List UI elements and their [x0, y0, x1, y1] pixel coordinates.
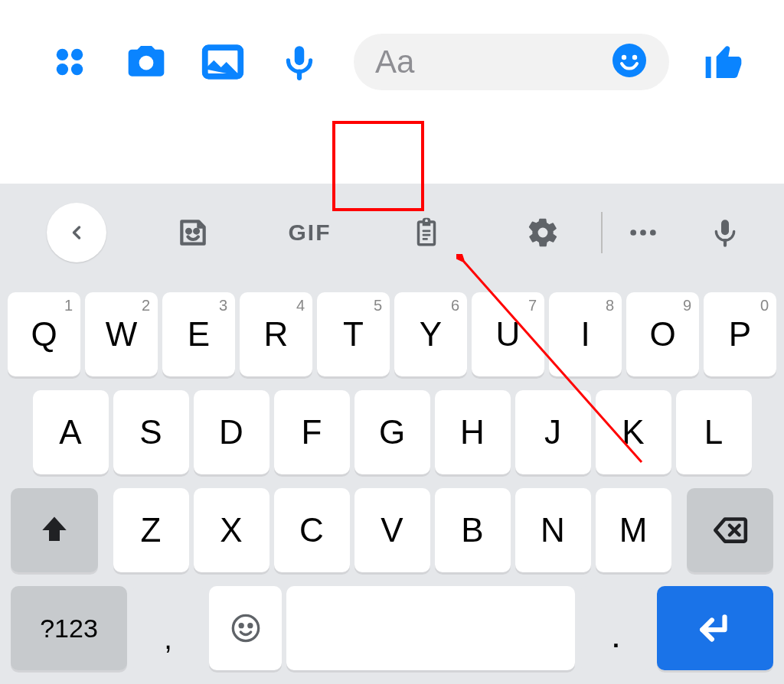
key-q[interactable]: 1Q	[8, 292, 80, 376]
svg-point-3	[71, 64, 83, 75]
key-g[interactable]: G	[354, 390, 430, 474]
message-input[interactable]: Aa	[354, 34, 669, 90]
keyboard-toolbar: GIF	[0, 184, 784, 282]
mic-icon[interactable]	[277, 40, 322, 84]
sticker-icon[interactable]	[135, 184, 251, 282]
svg-rect-15	[422, 238, 427, 240]
like-icon[interactable]	[701, 40, 746, 84]
key-row-1: 1Q 2W 3E 4R 5T 6Y 7U 8I 9O 0P	[5, 292, 779, 376]
voice-input-icon[interactable]	[684, 184, 766, 282]
key-w[interactable]: 2W	[85, 292, 158, 376]
svg-rect-13	[422, 230, 430, 233]
key-row-3: Z X C V B N M	[113, 488, 671, 572]
svg-point-17	[640, 230, 646, 236]
key-t[interactable]: 5T	[317, 292, 390, 376]
key-y[interactable]: 6Y	[394, 292, 467, 376]
key-c[interactable]: C	[274, 488, 350, 572]
clipboard-icon[interactable]	[368, 184, 485, 282]
key-o[interactable]: 9O	[626, 292, 699, 376]
period-key[interactable]: .	[580, 586, 652, 670]
key-i[interactable]: 8I	[549, 292, 622, 376]
key-l[interactable]: L	[676, 390, 752, 474]
camera-icon[interactable]	[124, 40, 168, 84]
apps-icon[interactable]	[47, 40, 92, 84]
key-u[interactable]: 7U	[472, 292, 544, 376]
svg-point-10	[632, 55, 637, 60]
svg-point-8	[612, 44, 646, 77]
key-p[interactable]: 0P	[704, 292, 776, 376]
svg-point-4	[139, 56, 154, 70]
key-a[interactable]: A	[33, 390, 109, 474]
space-key[interactable]	[286, 586, 575, 670]
key-h[interactable]: H	[435, 390, 511, 474]
svg-point-16	[631, 230, 637, 236]
key-e[interactable]: 3E	[162, 292, 235, 376]
gif-label: GIF	[288, 220, 331, 246]
key-x[interactable]: X	[194, 488, 270, 572]
svg-point-18	[650, 230, 656, 236]
key-z[interactable]: Z	[113, 488, 189, 572]
key-v[interactable]: V	[354, 488, 430, 572]
settings-icon[interactable]	[485, 184, 601, 282]
backspace-key[interactable]	[687, 488, 774, 572]
enter-key[interactable]	[657, 586, 773, 670]
more-icon[interactable]	[603, 184, 684, 282]
message-placeholder: Aa	[375, 44, 602, 80]
emoji-key[interactable]	[209, 586, 282, 670]
key-r[interactable]: 4R	[240, 292, 312, 376]
key-k[interactable]: K	[596, 390, 671, 474]
key-b[interactable]: B	[435, 488, 511, 572]
key-s[interactable]: S	[113, 390, 189, 474]
key-n[interactable]: N	[515, 488, 591, 572]
key-f[interactable]: F	[274, 390, 350, 474]
messenger-composer: Aa	[0, 0, 784, 124]
gallery-icon[interactable]	[201, 40, 245, 84]
keyboard-back-button[interactable]	[18, 184, 135, 282]
key-row-2: A S D F G H J K L	[5, 390, 779, 474]
comma-key[interactable]: ,	[132, 586, 204, 670]
svg-point-1	[71, 49, 83, 60]
key-rows: 1Q 2W 3E 4R 5T 6Y 7U 8I 9O 0P A S D F G …	[0, 282, 784, 684]
gif-button[interactable]: GIF	[251, 184, 368, 282]
onscreen-keyboard: GIF 1Q 2W 3E 4R 5T 6Y 7U 8I 9O 0P	[0, 184, 784, 684]
svg-point-11	[187, 230, 191, 233]
key-m[interactable]: M	[596, 488, 671, 572]
shift-key[interactable]	[11, 488, 98, 572]
svg-point-12	[194, 230, 198, 233]
svg-point-23	[240, 624, 243, 627]
svg-point-2	[57, 64, 68, 75]
key-d[interactable]: D	[194, 390, 270, 474]
svg-point-22	[233, 615, 258, 640]
key-j[interactable]: J	[515, 390, 591, 474]
svg-point-0	[57, 49, 68, 60]
emoji-picker-icon[interactable]	[611, 42, 648, 82]
svg-rect-14	[422, 234, 430, 236]
symbols-key[interactable]: ?123	[11, 586, 127, 670]
svg-point-24	[248, 624, 251, 627]
svg-point-9	[622, 55, 626, 60]
